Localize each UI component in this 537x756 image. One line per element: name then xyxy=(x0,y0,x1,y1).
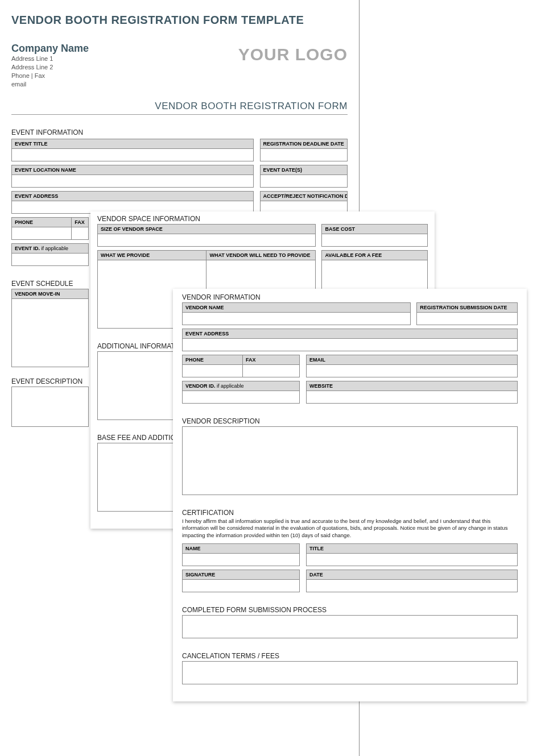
label-event-dates: EVENT DATE(S) xyxy=(260,165,347,175)
certification-text: I hereby affirm that all information sup… xyxy=(182,518,518,539)
company-block: Company Name Address Line 1 Address Line… xyxy=(11,43,89,88)
field-vendor-id[interactable] xyxy=(183,391,300,404)
label-phone: PHONE xyxy=(12,218,72,227)
field-vendor-movein[interactable] xyxy=(12,299,89,367)
section-vendor-description: VENDOR DESCRIPTION xyxy=(182,417,518,425)
label-vendor-phone: PHONE xyxy=(183,355,243,365)
vendor-id-table: VENDOR ID. if applicable WEBSITE xyxy=(182,381,518,404)
field-cert-signature[interactable] xyxy=(183,580,300,592)
field-vendor-phone[interactable] xyxy=(183,365,243,377)
section-vendor-information: VENDOR INFORMATION xyxy=(182,293,518,301)
field-event-location[interactable] xyxy=(12,175,254,188)
label-vendor-need-provide: WHAT VENDOR WILL NEED TO PROVIDE xyxy=(206,251,315,260)
label-vendor-website: WEBSITE xyxy=(306,381,517,391)
field-submission-process[interactable] xyxy=(183,616,518,638)
field-reg-deadline[interactable] xyxy=(260,149,347,161)
cert-name-title-table: NAME TITLE xyxy=(182,543,518,566)
letterhead: Company Name Address Line 1 Address Line… xyxy=(11,43,348,88)
cancelation-table xyxy=(182,661,518,684)
label-what-we-provide: WHAT WE PROVIDE xyxy=(98,251,206,260)
label-event-title: EVENT TITLE xyxy=(12,139,254,149)
label-base-cost: BASE COST xyxy=(322,225,428,234)
section-certification: CERTIFICATION xyxy=(182,509,518,517)
field-vendor-name[interactable] xyxy=(183,313,411,325)
company-phone-fax: Phone | Fax xyxy=(11,72,89,80)
label-vendor-fax: FAX xyxy=(243,355,300,365)
field-reg-submission[interactable] xyxy=(417,313,518,325)
field-vendor-email[interactable] xyxy=(306,365,517,377)
label-reg-submission: REGISTRATION SUBMISSION DATE xyxy=(417,303,518,313)
label-reg-deadline: REGISTRATION DEADLINE DATE xyxy=(260,139,347,149)
form-title: VENDOR BOOTH REGISTRATION FORM xyxy=(155,101,348,111)
label-event-address: EVENT ADDRESS xyxy=(12,192,254,201)
label-cert-date: DATE xyxy=(306,570,517,580)
label-vendor-name: VENDOR NAME xyxy=(183,303,411,313)
label-event-id: EVENT ID. if applicable xyxy=(12,244,89,254)
field-cancelation[interactable] xyxy=(183,662,518,684)
label-vendor-event-address: EVENT ADDRESS xyxy=(183,329,518,339)
section-cancelation: CANCELATION TERMS / FEES xyxy=(182,652,518,660)
cert-sig-date-table: SIGNATURE DATE xyxy=(182,570,518,592)
label-available-fee: AVAILABLE FOR A FEE xyxy=(322,251,428,260)
field-vendor-fax[interactable] xyxy=(243,365,300,377)
field-event-title[interactable] xyxy=(12,149,254,161)
field-event-dates[interactable] xyxy=(260,175,347,188)
vendor-name-table: VENDOR NAME REGISTRATION SUBMISSION DATE xyxy=(182,302,518,325)
field-base-cost[interactable] xyxy=(322,234,428,247)
company-addr1: Address Line 1 xyxy=(11,55,89,63)
section-vendor-space: VENDOR SPACE INFORMATION xyxy=(97,215,428,223)
field-fax[interactable] xyxy=(72,227,89,240)
label-cert-signature: SIGNATURE xyxy=(183,570,300,580)
document-title: VENDOR BOOTH REGISTRATION FORM TEMPLATE xyxy=(11,14,348,27)
label-vendor-id: VENDOR ID. if applicable xyxy=(183,381,300,391)
vendor-space-table: SIZE OF VENDOR SPACE BASE COST xyxy=(97,224,428,247)
event-address-table: EVENT ADDRESS ACCEPT/REJECT NOTIFICATION… xyxy=(11,191,348,214)
section-submission-process: COMPLETED FORM SUBMISSION PROCESS xyxy=(182,606,518,614)
event-location-table: EVENT LOCATION NAME EVENT DATE(S) xyxy=(11,165,348,188)
label-cert-name: NAME xyxy=(183,544,300,554)
vendor-movein-table: VENDOR MOVE-IN xyxy=(11,289,89,367)
field-event-description[interactable] xyxy=(12,387,89,427)
form-title-bar: VENDOR BOOTH REGISTRATION FORM xyxy=(11,101,348,115)
field-cert-date[interactable] xyxy=(306,580,517,592)
label-event-location: EVENT LOCATION NAME xyxy=(12,165,254,175)
event-information-table: EVENT TITLE REGISTRATION DEADLINE DATE xyxy=(11,139,348,161)
label-vendor-movein: VENDOR MOVE-IN xyxy=(12,289,89,299)
company-addr2: Address Line 2 xyxy=(11,63,89,72)
field-size-vendor-space[interactable] xyxy=(98,234,316,247)
field-event-id[interactable] xyxy=(12,254,89,266)
vendor-address-table: EVENT ADDRESS xyxy=(182,329,518,351)
field-vendor-description[interactable] xyxy=(183,427,518,495)
page-3: VENDOR INFORMATION VENDOR NAME REGISTRAT… xyxy=(173,289,527,701)
field-phone[interactable] xyxy=(12,227,72,240)
label-size-vendor-space: SIZE OF VENDOR SPACE xyxy=(98,225,316,234)
label-accept-reject: ACCEPT/REJECT NOTIFICATION DATE xyxy=(260,192,347,201)
event-description-table xyxy=(11,387,89,427)
company-name: Company Name xyxy=(11,43,89,55)
vendor-contact-table: PHONE FAX EMAIL xyxy=(182,355,518,377)
label-cert-title: TITLE xyxy=(306,544,517,554)
label-fax: FAX xyxy=(72,218,89,227)
field-vendor-event-address[interactable] xyxy=(183,339,518,351)
event-id-table: EVENT ID. if applicable xyxy=(11,243,89,266)
field-cert-name[interactable] xyxy=(183,554,300,566)
phone-fax-table: PHONE FAX xyxy=(11,217,89,240)
logo-placeholder: YOUR LOGO xyxy=(238,45,348,64)
company-email: email xyxy=(11,80,89,89)
submission-process-table xyxy=(182,615,518,638)
label-vendor-email: EMAIL xyxy=(306,355,517,365)
section-event-information: EVENT INFORMATION xyxy=(11,128,348,136)
vendor-description-table xyxy=(182,426,518,495)
field-cert-title[interactable] xyxy=(306,554,517,566)
field-vendor-website[interactable] xyxy=(306,391,517,404)
